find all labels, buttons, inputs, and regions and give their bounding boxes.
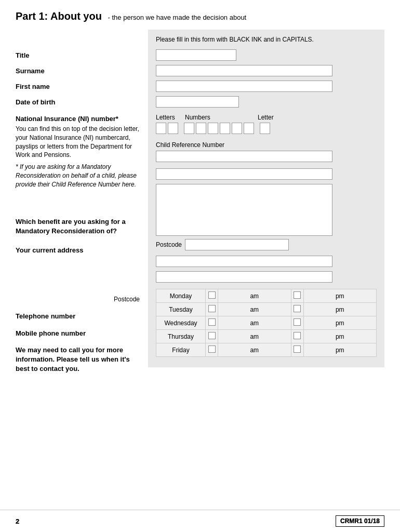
ni-desc: You can find this on top of the decision… bbox=[16, 125, 143, 159]
postcode-label: Postcode bbox=[16, 296, 143, 303]
tuesday-pm: pm bbox=[303, 303, 377, 316]
ni-l1[interactable] bbox=[156, 123, 166, 134]
wednesday-am: am bbox=[218, 316, 291, 330]
surname-input[interactable] bbox=[156, 65, 332, 76]
firstname-input[interactable] bbox=[156, 81, 332, 92]
ni-n5[interactable] bbox=[232, 123, 242, 134]
dob-input[interactable] bbox=[156, 96, 239, 108]
tuesday-row: Tuesday am pm bbox=[156, 303, 377, 316]
instructions: Please fill in this form with BLACK INK … bbox=[156, 36, 377, 43]
child-ref-label: Child Reference Number bbox=[156, 141, 377, 149]
ni-sublabels: Letters Numbers Letter bbox=[156, 114, 377, 121]
page: Part 1: About you - the person we have m… bbox=[0, 0, 400, 405]
ni-lf[interactable] bbox=[260, 123, 270, 134]
part-subtitle: - the person we have made the decision a… bbox=[108, 14, 247, 21]
address-label: Your current address bbox=[16, 246, 143, 254]
surname-label: Surname bbox=[16, 63, 143, 78]
monday-row: Monday am pm bbox=[156, 289, 377, 303]
postcode-input[interactable] bbox=[185, 239, 289, 250]
friday-am-check[interactable] bbox=[208, 345, 216, 353]
thursday-day: Thursday bbox=[156, 330, 206, 343]
wednesday-pm: pm bbox=[303, 316, 377, 330]
address-textarea[interactable] bbox=[156, 184, 332, 236]
ni-letter-label: Letter bbox=[258, 114, 274, 121]
mobile-label: Mobile phone number bbox=[16, 329, 143, 337]
friday-row: Friday am pm bbox=[156, 343, 377, 357]
telephone-label: Telephone number bbox=[16, 312, 143, 320]
ni-boxes bbox=[156, 123, 377, 134]
ni-n2[interactable] bbox=[196, 123, 206, 134]
friday-pm-check[interactable] bbox=[294, 345, 301, 353]
title-label: Title bbox=[16, 47, 143, 63]
telephone-input[interactable] bbox=[156, 256, 332, 267]
tuesday-pm-check[interactable] bbox=[294, 305, 301, 312]
contact-label: We may need to call you for more informa… bbox=[16, 345, 143, 374]
child-ref-input[interactable] bbox=[156, 151, 332, 162]
right-column: Please fill in this form with BLACK INK … bbox=[148, 30, 384, 367]
ni-bold-label: National Insurance (NI) number* bbox=[16, 115, 143, 123]
firstname-label: First name bbox=[16, 78, 143, 94]
page-footer: 2 CRMR1 01/18 bbox=[0, 510, 400, 532]
ni-l2[interactable] bbox=[168, 123, 178, 134]
ni-n6[interactable] bbox=[244, 123, 254, 134]
wednesday-day: Wednesday bbox=[156, 316, 206, 330]
monday-am-check[interactable] bbox=[208, 291, 216, 299]
friday-am: am bbox=[218, 343, 291, 357]
part-title: Part 1: About you bbox=[16, 10, 102, 22]
benefit-input[interactable] bbox=[156, 168, 332, 180]
tuesday-am-check[interactable] bbox=[208, 305, 216, 312]
benefit-label: Which benefit are you asking for a Manda… bbox=[16, 217, 143, 236]
thursday-am-check[interactable] bbox=[208, 332, 216, 339]
thursday-am: am bbox=[218, 330, 291, 343]
ni-letters-label: Letters bbox=[156, 114, 183, 121]
page-number: 2 bbox=[16, 517, 19, 525]
page-header: Part 1: About you - the person we have m… bbox=[16, 10, 384, 22]
wednesday-am-check[interactable] bbox=[208, 318, 216, 326]
mobile-input[interactable] bbox=[156, 271, 332, 283]
ni-note: * If you are asking for a Mandatory Reco… bbox=[16, 163, 143, 189]
friday-day: Friday bbox=[156, 343, 206, 357]
wednesday-row: Wednesday am pm bbox=[156, 316, 377, 330]
ni-n4[interactable] bbox=[220, 123, 230, 134]
dob-label: Date of birth bbox=[16, 94, 143, 110]
ni-numbers-label: Numbers bbox=[185, 114, 256, 121]
friday-pm: pm bbox=[303, 343, 377, 357]
contact-schedule: Monday am pm Tuesday am pm Wednesday am bbox=[156, 289, 377, 357]
tuesday-day: Tuesday bbox=[156, 303, 206, 316]
tuesday-am: am bbox=[218, 303, 291, 316]
monday-pm-check[interactable] bbox=[294, 291, 301, 299]
title-input[interactable] bbox=[156, 49, 236, 61]
monday-day: Monday bbox=[156, 289, 206, 303]
wednesday-pm-check[interactable] bbox=[294, 318, 301, 326]
ni-n1[interactable] bbox=[184, 123, 194, 134]
thursday-pm: pm bbox=[303, 330, 377, 343]
thursday-pm-check[interactable] bbox=[294, 332, 301, 339]
thursday-row: Thursday am pm bbox=[156, 330, 377, 343]
labels-column: Title Surname First name Date of birth N… bbox=[16, 30, 148, 374]
postcode-label-right: Postcode bbox=[156, 241, 182, 248]
monday-am: am bbox=[218, 289, 291, 303]
ni-n3[interactable] bbox=[208, 123, 218, 134]
form-code: CRMR1 01/18 bbox=[336, 515, 384, 527]
monday-pm: pm bbox=[303, 289, 377, 303]
